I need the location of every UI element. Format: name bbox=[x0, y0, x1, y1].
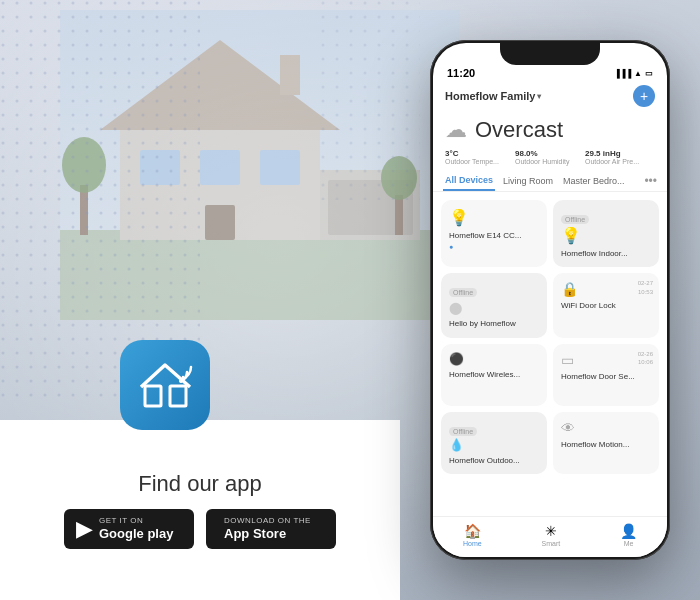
doorsensor-icon: ▭ bbox=[561, 352, 574, 368]
tab-master-bedroom[interactable]: Master Bedro... bbox=[561, 172, 627, 190]
bulb-icon-indoor: 💡 bbox=[561, 226, 651, 245]
dots-pattern-right bbox=[320, 0, 420, 200]
device-name-doorsensor: Homeflow Door Se... bbox=[561, 372, 651, 382]
device-card-outdoor[interactable]: Offline 💧 Homeflow Outdoo... bbox=[441, 412, 547, 474]
weather-condition: Overcast bbox=[475, 117, 563, 143]
phone-screen: 11:20 ▐▐▐ ▲ ▭ Homeflow Family ▾ + ☁ Over… bbox=[433, 43, 667, 557]
bottom-section: Find our app ▶ GET IT ON Google play Dow… bbox=[0, 420, 400, 600]
device-name-wireless: Homeflow Wireles... bbox=[449, 370, 539, 380]
google-play-button[interactable]: ▶ GET IT ON Google play bbox=[64, 509, 194, 548]
app-store-text: Download on the App Store bbox=[224, 516, 311, 541]
device-time-doorsensor: 02-2610:06 bbox=[638, 350, 653, 367]
device-status-e14: ● bbox=[449, 243, 539, 250]
device-card-hello[interactable]: Offline ⬤ Hello by Homeflow bbox=[441, 273, 547, 337]
svg-rect-3 bbox=[320, 0, 420, 200]
google-play-text: GET IT ON Google play bbox=[99, 516, 173, 541]
device-name-motion: Homeflow Motion... bbox=[561, 440, 651, 450]
offline-badge-hello: Offline bbox=[449, 288, 477, 297]
svg-point-21 bbox=[179, 379, 183, 383]
svg-rect-14 bbox=[280, 55, 300, 95]
svg-rect-11 bbox=[200, 150, 240, 185]
store-buttons: ▶ GET IT ON Google play Download on the … bbox=[64, 509, 336, 548]
wireless-icon: ⚫ bbox=[449, 352, 539, 366]
phone-mockup: 11:20 ▐▐▐ ▲ ▭ Homeflow Family ▾ + ☁ Over… bbox=[430, 40, 670, 560]
homeflow-logo-svg bbox=[133, 353, 198, 418]
app-header: Homeflow Family ▾ + bbox=[433, 81, 667, 113]
offline-badge-indoor: Offline bbox=[561, 215, 589, 224]
nav-home[interactable]: 🏠 Home bbox=[463, 523, 482, 547]
nav-me[interactable]: 👤 Me bbox=[620, 523, 637, 547]
bottom-nav: 🏠 Home ✳ Smart 👤 Me bbox=[433, 516, 667, 557]
device-time-doorlock: 02-2710:53 bbox=[638, 279, 653, 296]
device-card-doorsensor[interactable]: ▭ 02-2610:06 Homeflow Door Se... bbox=[553, 344, 659, 406]
device-name-indoor: Homeflow Indoor... bbox=[561, 249, 651, 259]
lock-icon: 🔒 bbox=[561, 281, 578, 297]
device-card-motion[interactable]: 👁 Homeflow Motion... bbox=[553, 412, 659, 474]
svg-rect-17 bbox=[395, 195, 403, 235]
smart-nav-icon: ✳ bbox=[545, 523, 557, 539]
device-name-doorlock: WiFi Door Lock bbox=[561, 301, 651, 311]
device-card-indoor[interactable]: Offline 💡 Homeflow Indoor... bbox=[553, 200, 659, 267]
weather-stats: 3°C Outdoor Tempe... 98.0% Outdoor Humid… bbox=[433, 149, 667, 171]
weather-stat-humidity: 98.0% Outdoor Humidity bbox=[515, 149, 585, 165]
home-nav-icon: 🏠 bbox=[464, 523, 481, 539]
hello-icon: ⬤ bbox=[449, 301, 539, 315]
weather-cloud-icon: ☁ bbox=[445, 117, 467, 143]
phone-notch bbox=[500, 43, 600, 65]
tab-all-devices[interactable]: All Devices bbox=[443, 171, 495, 191]
bulb-icon: 💡 bbox=[449, 208, 539, 227]
tab-living-room[interactable]: Living Room bbox=[501, 172, 555, 190]
battery-icon: ▭ bbox=[645, 69, 653, 78]
add-device-button[interactable]: + bbox=[633, 85, 655, 107]
weather-stat-temp: 3°C Outdoor Tempe... bbox=[445, 149, 515, 165]
svg-rect-19 bbox=[145, 386, 161, 406]
device-card-wireless[interactable]: ⚫ Homeflow Wireles... bbox=[441, 344, 547, 406]
motion-icon: 👁 bbox=[561, 420, 651, 436]
me-nav-icon: 👤 bbox=[620, 523, 637, 539]
weather-section: ☁ Overcast bbox=[433, 113, 667, 149]
device-card-doorlock[interactable]: 🔒 02-2710:53 WiFi Door Lock bbox=[553, 273, 659, 337]
tabs-more-icon[interactable]: ••• bbox=[644, 174, 657, 188]
app-store-button[interactable]: Download on the App Store bbox=[206, 509, 336, 548]
device-name-outdoor: Homeflow Outdoo... bbox=[449, 456, 539, 466]
phone-outer: 11:20 ▐▐▐ ▲ ▭ Homeflow Family ▾ + ☁ Over… bbox=[430, 40, 670, 560]
google-play-icon: ▶ bbox=[76, 518, 93, 540]
app-icon bbox=[120, 340, 210, 430]
wifi-icon: ▲ bbox=[634, 69, 642, 78]
device-card-e14[interactable]: 💡 Homeflow E14 CC... ● bbox=[441, 200, 547, 267]
svg-rect-12 bbox=[260, 150, 300, 185]
device-grid: 💡 Homeflow E14 CC... ● Offline 💡 Homeflo… bbox=[433, 196, 667, 478]
family-selector[interactable]: Homeflow Family ▾ bbox=[445, 90, 541, 102]
chevron-down-icon: ▾ bbox=[537, 92, 541, 101]
svg-rect-13 bbox=[205, 205, 235, 240]
find-app-label: Find our app bbox=[138, 471, 262, 497]
offline-badge-outdoor: Offline bbox=[449, 427, 477, 436]
nav-smart[interactable]: ✳ Smart bbox=[542, 523, 561, 547]
weather-stat-pressure: 29.5 inHg Outdoor Air Pre... bbox=[585, 149, 655, 165]
status-icons: ▐▐▐ ▲ ▭ bbox=[614, 69, 653, 78]
status-time: 11:20 bbox=[447, 67, 475, 79]
signal-icon: ▐▐▐ bbox=[614, 69, 631, 78]
outdoor-icon: 💧 bbox=[449, 438, 539, 452]
device-name-e14: Homeflow E14 CC... bbox=[449, 231, 539, 241]
device-name-hello: Hello by Homeflow bbox=[449, 319, 539, 329]
svg-rect-20 bbox=[170, 386, 186, 406]
device-tabs: All Devices Living Room Master Bedro... … bbox=[433, 171, 667, 192]
